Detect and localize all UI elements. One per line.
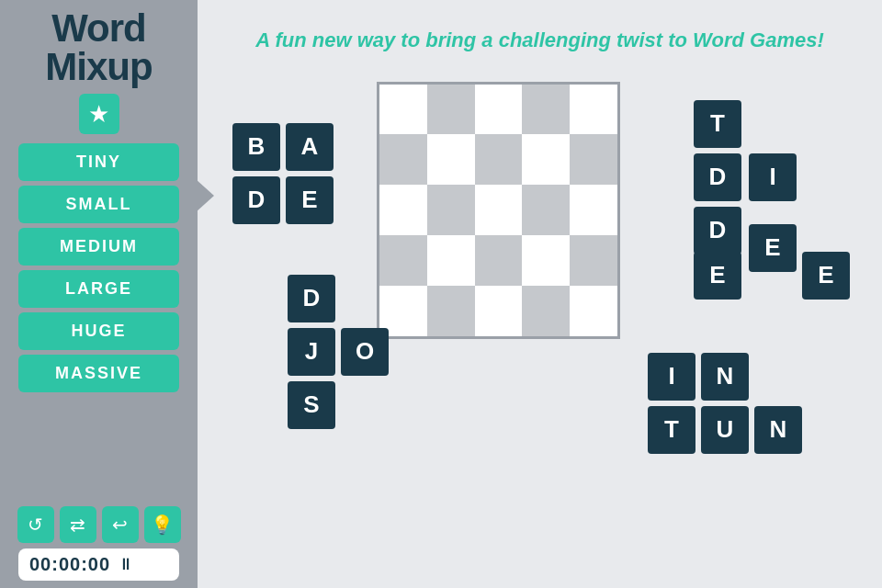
board-cell [522, 134, 570, 185]
board-cell [475, 134, 523, 185]
board-cell [522, 235, 570, 286]
tile-n2[interactable]: N [754, 406, 802, 454]
timer-display: 00:00:00 [29, 554, 110, 575]
star-icon: ★ [79, 94, 119, 134]
app-title: Word Mixup [45, 9, 152, 86]
board-cell [570, 134, 617, 185]
shuffle-button[interactable]: ⇄ [60, 506, 96, 543]
tile-d4[interactable]: D [694, 207, 741, 254]
hint-button[interactable]: 💡 [144, 506, 181, 543]
board-cell [427, 185, 475, 235]
board-cell [475, 286, 523, 336]
board-cell [522, 185, 570, 235]
undo-button[interactable]: ↩ [102, 506, 139, 543]
game-area: B A D E D J O S T D D I E E E I N T U N [198, 73, 882, 514]
tile-e1[interactable]: E [286, 176, 334, 224]
size-small-button[interactable]: SMALL [18, 186, 179, 223]
tile-i[interactable]: I [749, 153, 797, 201]
main-content: A fun new way to bring a challenging twi… [198, 0, 882, 588]
tile-t2[interactable]: T [648, 406, 695, 454]
tile-j[interactable]: J [288, 328, 335, 376]
tile-d1[interactable]: D [232, 176, 280, 224]
board-cell [522, 85, 570, 135]
tile-b[interactable]: B [232, 123, 280, 171]
restart-button[interactable]: ↺ [17, 506, 54, 543]
board-cell [427, 134, 475, 185]
board-cell [379, 185, 427, 235]
board-cell [522, 286, 570, 336]
size-tiny-button[interactable]: TINY [18, 143, 179, 181]
board-cell [427, 286, 475, 336]
sidebar-arrow [196, 179, 214, 212]
board-cell [379, 134, 427, 185]
tile-e3[interactable]: E [802, 252, 850, 300]
size-medium-button[interactable]: MEDIUM [18, 228, 179, 266]
tile-e4[interactable]: E [694, 252, 741, 300]
board-cell [475, 185, 523, 235]
board-cell [475, 85, 523, 135]
tile-e2[interactable]: E [749, 224, 797, 272]
board-cell [570, 235, 617, 286]
tile-t[interactable]: T [694, 100, 741, 148]
tile-d3[interactable]: D [694, 153, 741, 201]
game-board [377, 82, 620, 339]
tile-u[interactable]: U [701, 406, 749, 454]
size-large-button[interactable]: LARGE [18, 270, 179, 308]
timer-bar: 00:00:00 ⏸ [18, 548, 179, 581]
tile-a[interactable]: A [286, 123, 334, 171]
tile-s[interactable]: S [288, 381, 335, 429]
sidebar: Word Mixup ★ TINY SMALL MEDIUM LARGE HUG… [0, 0, 198, 588]
board-cell [570, 85, 617, 135]
board-cell [427, 85, 475, 135]
board-cell [379, 85, 427, 135]
tile-o[interactable]: O [341, 328, 389, 376]
tile-i2[interactable]: I [648, 353, 695, 401]
board-cell [570, 286, 617, 336]
tagline: A fun new way to bring a challenging twi… [255, 28, 824, 54]
board-cell [379, 235, 427, 286]
pause-icon: ⏸ [118, 555, 134, 574]
board-cell [475, 235, 523, 286]
size-huge-button[interactable]: HUGE [18, 312, 179, 350]
size-massive-button[interactable]: MASSIVE [18, 355, 179, 392]
tile-n1[interactable]: N [701, 353, 749, 401]
tile-d2[interactable]: D [288, 275, 335, 322]
board-cell [570, 185, 617, 235]
toolbar: ↺ ⇄ ↩ 💡 [17, 506, 181, 543]
board-cell [427, 235, 475, 286]
